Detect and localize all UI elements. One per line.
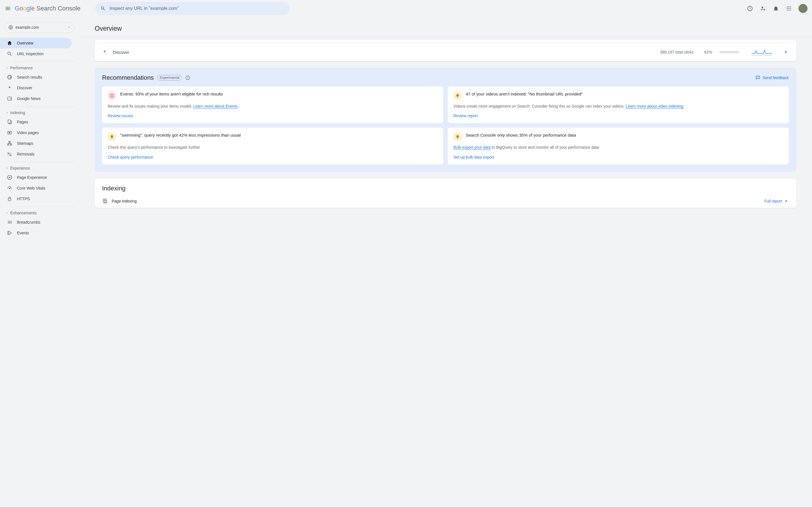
breadcrumb-icon [7,219,12,225]
lightbulb-icon [108,133,116,141]
property-selector[interactable]: example.com [4,22,74,33]
sidebar-item-google-news[interactable]: Google News [0,93,71,104]
lightbulb-icon [453,133,462,141]
menu-icon[interactable] [4,5,11,12]
sidebar-item-page-experience[interactable]: Page Experience [0,172,71,183]
svg-point-5 [788,6,789,7]
sidebar-item-sitemaps[interactable]: Sitemaps [0,138,71,149]
recommendation-title: "swimming": query recently got 42% less … [120,133,241,137]
sidebar-item-pages[interactable]: Pages [0,117,71,127]
svg-point-29 [112,96,112,97]
sidebar-group-enhancements[interactable]: Enhancements [0,209,79,217]
svg-point-8 [788,8,789,9]
sidebar-item-label: Pages [17,120,28,124]
sidebar-item-label: Removals [17,152,35,156]
chevron-right-icon[interactable] [783,49,789,55]
pages-icon [7,119,12,125]
recommendation-learn-more-link[interactable]: Learn more about video indexing [626,104,683,109]
recommendation-learn-more-link[interactable]: Learn more about Events [193,104,238,109]
video-icon [7,130,12,135]
performance-card: Discover 389,197 total clicks 62% [95,40,796,61]
recommendation-body: Check this query's performance to invest… [108,145,438,150]
url-inspect-input[interactable] [110,6,285,11]
svg-point-10 [787,10,788,10]
sidebar-item-overview[interactable]: Overview [0,38,71,48]
svg-rect-23 [8,199,11,201]
svg-rect-19 [8,144,9,145]
sidebar-group-performance[interactable]: Performance [0,64,79,72]
svg-point-7 [787,8,788,9]
svg-text:?: ? [187,76,189,79]
people-settings-icon[interactable] [760,5,766,12]
sidebar-item-url-inspection[interactable]: URL inspection [0,48,71,59]
svg-point-6 [790,6,791,7]
svg-text:?: ? [749,7,751,10]
svg-rect-15 [8,97,11,100]
recommendation-action-link[interactable]: Check query performance [108,155,438,159]
news-icon [7,96,12,101]
sparkle-icon [102,50,108,55]
sidebar-group-indexing[interactable]: Indexing [0,109,79,117]
discover-label: Discover [113,50,129,55]
recommendation-learn-more-link[interactable]: Bulk export your data [453,145,491,150]
svg-point-4 [787,6,788,7]
recommendation-card: Events: 93% of your items aren't eligibl… [102,87,443,123]
chevron-down-icon [6,111,8,114]
svg-point-11 [788,10,789,10]
sidebar-group-experience[interactable]: Experience [0,164,79,172]
discover-bar [719,51,739,53]
recommendation-action-link[interactable]: Set up bulk data export [453,155,783,159]
sidebar-item-search-results[interactable]: Search results [0,72,71,82]
discover-row[interactable]: Discover 389,197 total clicks 62% [95,43,796,61]
sidebar-item-label: Sitemaps [17,141,33,146]
account-avatar[interactable] [799,4,808,13]
feedback-icon [755,75,760,80]
url-inspect-search[interactable] [95,2,290,15]
apps-icon[interactable] [785,5,792,12]
sidebar-item-discover[interactable]: Discover [0,82,71,93]
page-indexing-label: Page indexing [112,199,137,203]
sidebar-item-https[interactable]: HTTPS [0,193,71,204]
recommendation-action-link[interactable]: Review issues [108,114,438,118]
google-g-icon [7,74,12,80]
sidebar-item-label: Core Web Vitals [17,186,45,190]
page-title: Overview [79,17,812,38]
speed-icon [7,185,12,191]
full-report-link[interactable]: Full report [764,199,789,204]
sidebar-item-core-web-vitals[interactable]: Core Web Vitals [0,183,71,193]
help-icon[interactable]: ? [185,75,190,80]
sidebar-item-label: Google News [17,96,41,101]
sidebar-item-label: Search results [17,75,42,79]
page-indexing-row[interactable]: Page indexing Full report [95,194,796,208]
chevron-down-icon [6,66,8,69]
indexing-card: Indexing Page indexing Full report [95,179,796,208]
error-icon [108,92,116,100]
send-feedback-link[interactable]: Send feedback [755,75,789,80]
notifications-icon[interactable] [772,5,779,12]
lightbulb-icon [453,92,462,100]
recommendation-action-link[interactable]: Review report [453,114,783,118]
chevron-down-icon [6,167,8,170]
sidebar: example.com OverviewURL inspectionPerfor… [0,17,79,507]
svg-point-27 [758,78,758,78]
svg-point-12 [790,10,791,10]
logo[interactable]: Google Search Console [15,5,81,12]
events-icon [7,230,12,236]
chevron-right-icon [784,199,789,204]
sidebar-item-events[interactable]: Events [0,228,71,238]
recommendation-body: Bulk export your data to BigQuery to sto… [453,145,783,150]
indexing-title: Indexing [95,179,796,194]
recommendation-body: Videos create more engagement on Search.… [453,103,783,109]
sidebar-item-video-pages[interactable]: Video pages [0,127,71,138]
globe-icon [8,25,13,30]
recommendation-title: 47 of your videos aren't indexed: "No th… [466,92,583,96]
svg-rect-16 [8,120,10,123]
recommendation-card: Search Console only shows 35% of your pe… [448,128,789,164]
sidebar-item-breadcrumbs[interactable]: Breadcrumbs [0,217,71,228]
recommendation-title: Events: 93% of your items aren't eligibl… [120,92,223,96]
search-icon [7,51,12,57]
sidebar-item-removals[interactable]: Removals [0,149,71,159]
sitemap-icon [7,140,12,146]
help-icon[interactable]: ? [747,5,753,12]
svg-rect-18 [9,142,10,143]
